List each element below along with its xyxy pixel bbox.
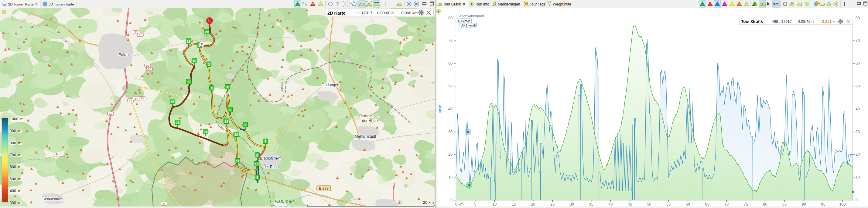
svg-text:800 m: 800 m [10, 141, 21, 145]
svg-text:7: 7 [265, 140, 266, 144]
svg-text:h: h [767, 2, 769, 6]
svg-text:40: 40 [448, 107, 453, 111]
svg-text:60: 60 [448, 61, 453, 66]
svg-text:50: 50 [647, 202, 651, 206]
svg-text:3,221 km: 3,221 km [822, 20, 838, 24]
svg-text:6: 6 [245, 123, 246, 127]
svg-text:92: 92 [146, 64, 149, 67]
svg-text:91: 91 [139, 33, 142, 36]
svg-text:km: km [773, 2, 778, 6]
svg-text:80: 80 [448, 16, 453, 20]
svg-text:20: 20 [448, 152, 453, 157]
svg-text:60: 60 [686, 202, 690, 206]
svg-text:50: 50 [856, 84, 860, 88]
svg-text:B 279: B 279 [319, 186, 329, 191]
svg-text:Hessen: Hessen [280, 79, 284, 93]
svg-text:90: 90 [802, 202, 806, 206]
svg-text:11: 11 [236, 159, 239, 163]
svg-text:10: 10 [448, 175, 453, 179]
svg-text:4: 4 [226, 85, 229, 89]
svg-text:i: i [438, 10, 439, 13]
svg-text:Geschwindigkeit: Geschwindigkeit [457, 14, 485, 18]
svg-text:30: 30 [448, 130, 453, 134]
svg-text:85: 85 [782, 202, 786, 206]
svg-text:1000 m: 1000 m [10, 117, 23, 121]
svg-text:km/h: km/h [438, 105, 442, 113]
svg-text:600 m: 600 m [10, 165, 21, 169]
svg-text:60: 60 [856, 61, 860, 66]
svg-text:9: 9 [256, 176, 258, 179]
svg-text:0:00:00 h: 0:00:00 h [377, 11, 394, 15]
svg-text:2D Karte: 2D Karte [328, 11, 346, 16]
svg-text:Tour Tags: Tour Tags [530, 2, 546, 6]
svg-text:0,0 km/h: 0,0 km/h [457, 19, 470, 23]
svg-text:0 km: 0 km [455, 202, 463, 206]
svg-text:Markierungen: Markierungen [498, 2, 520, 6]
svg-text:20: 20 [205, 30, 209, 34]
svg-text:35: 35 [589, 202, 593, 206]
svg-text:400 m: 400 m [10, 189, 21, 193]
svg-text:20: 20 [531, 202, 535, 206]
svg-text:der Rhön: der Rhön [264, 165, 279, 169]
svg-text:53: 53 [129, 99, 132, 102]
svg-text:0,000 km: 0,000 km [402, 11, 417, 15]
svg-text:Ostheim vor: Ostheim vor [359, 114, 380, 118]
svg-text:15: 15 [176, 121, 180, 125]
svg-text:10: 10 [492, 202, 497, 206]
svg-text:17: 17 [187, 80, 191, 84]
svg-text:0:08:42 h: 0:08:42 h [798, 20, 814, 24]
svg-text:25: 25 [550, 202, 555, 206]
svg-text:65: 65 [705, 202, 710, 206]
svg-text:80: 80 [856, 16, 860, 20]
svg-text:i: i [3, 10, 4, 14]
svg-text:L: L [208, 19, 211, 23]
svg-text:500 m: 500 m [10, 177, 21, 181]
svg-text:Tour Info: Tour Info [475, 2, 489, 6]
svg-text:700 m: 700 m [10, 153, 21, 157]
svg-text:Tour Grafik: Tour Grafik [741, 19, 763, 24]
svg-text:50: 50 [448, 84, 453, 88]
svg-text:80: 80 [763, 202, 767, 206]
svg-text:i: i [807, 2, 808, 6]
svg-text:i: i [471, 2, 472, 6]
svg-text:10: 10 [856, 175, 860, 179]
svg-text:94: 94 [162, 202, 165, 205]
svg-text:Fulda: Fulda [119, 52, 129, 57]
svg-text:3: 3 [211, 86, 213, 90]
svg-text:55: 55 [666, 202, 671, 206]
svg-text:19: 19 [187, 40, 190, 43]
svg-text:70: 70 [724, 202, 728, 206]
svg-text:40: 40 [608, 202, 613, 206]
svg-text:10: 10 [255, 162, 258, 166]
svg-text:91: 91 [134, 31, 137, 34]
svg-text:52: 52 [109, 112, 112, 115]
svg-text:14: 14 [204, 130, 208, 134]
svg-text:16: 16 [171, 100, 174, 104]
svg-text:Fladungen: Fladungen [321, 83, 339, 87]
svg-text:498 : 17917: 498 : 17917 [772, 20, 792, 24]
svg-text:20 km: 20 km [423, 200, 434, 205]
svg-text:5: 5 [474, 202, 476, 206]
svg-text:95: 95 [821, 202, 825, 206]
svg-text:18: 18 [192, 59, 196, 63]
svg-text:Bischofsheim: Bischofsheim [260, 156, 282, 160]
svg-text:100: 100 [839, 202, 846, 206]
svg-text:30,1 km/h: 30,1 km/h [461, 23, 476, 27]
svg-text:70: 70 [448, 38, 453, 43]
svg-text:30: 30 [856, 130, 860, 134]
svg-text:45: 45 [628, 202, 632, 206]
svg-text:Tour Grafik: Tour Grafik [443, 2, 461, 6]
svg-text:1 : 17917: 1 : 17917 [356, 11, 372, 15]
svg-text:300 m: 300 m [10, 201, 21, 205]
svg-text:8: 8 [256, 154, 258, 157]
svg-text:93: 93 [141, 97, 144, 100]
svg-text:75: 75 [744, 202, 748, 206]
svg-text:92: 92 [148, 68, 151, 71]
svg-text:Wegpunkte: Wegpunkte [553, 2, 571, 6]
svg-text:Schlüchtern: Schlüchtern [42, 197, 63, 201]
svg-text:0: 0 [451, 198, 453, 202]
svg-text:70: 70 [856, 38, 860, 43]
svg-text:2: 2 [208, 63, 210, 67]
svg-text:der Rhön: der Rhön [362, 119, 377, 123]
svg-text:40: 40 [856, 107, 860, 111]
